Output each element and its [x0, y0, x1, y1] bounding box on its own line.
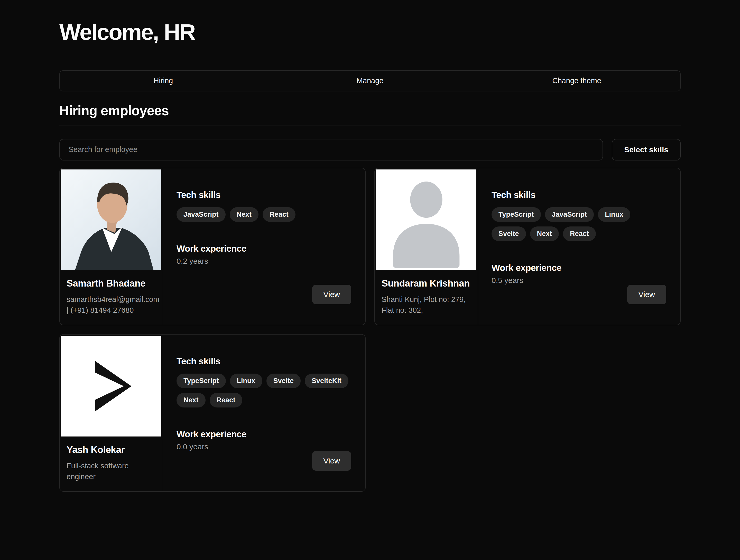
- skill-pill: Next: [177, 393, 205, 408]
- work-experience-heading: Work experience: [177, 429, 351, 439]
- skill-pill: Next: [230, 207, 259, 222]
- skill-pill: TypeScript: [177, 373, 226, 388]
- view-button-row: View: [491, 285, 666, 304]
- page-container: Welcome, HR Hiring Manage Change theme H…: [59, 0, 681, 492]
- section-divider: [59, 126, 681, 126]
- skill-pills: TypeScript Linux Svelte SvelteKit Next R…: [177, 373, 351, 408]
- employee-description: Full-stack software engineer: [67, 460, 156, 482]
- nav-item-manage[interactable]: Manage: [267, 71, 474, 91]
- tech-skills-heading: Tech skills: [177, 190, 351, 200]
- tech-skills-heading: Tech skills: [177, 356, 351, 366]
- employee-info: Samarth Bhadane samarthsb4real@gmail.com…: [60, 271, 163, 322]
- view-button[interactable]: View: [312, 451, 351, 471]
- skill-pill: React: [263, 207, 295, 222]
- skill-pill: TypeScript: [491, 207, 541, 222]
- male-professional-photo-illustration: [61, 170, 161, 270]
- employee-name: Sundaram Krishnan: [382, 278, 471, 289]
- main-navbar: Hiring Manage Change theme: [59, 70, 681, 91]
- work-experience-value: 0.0 years: [177, 442, 351, 451]
- employee-card-details: Tech skills TypeScript JavaScript Linux …: [478, 168, 680, 325]
- work-experience-block: Work experience 0.5 years: [491, 263, 666, 285]
- skill-pill: Svelte: [266, 373, 301, 388]
- employee-card-details: Tech skills TypeScript Linux Svelte Svel…: [163, 335, 365, 491]
- employee-avatar-placeholder: [376, 170, 476, 270]
- view-button[interactable]: View: [312, 285, 351, 304]
- work-experience-value: 0.2 years: [177, 257, 351, 265]
- work-experience-block: Work experience 0.0 years: [177, 429, 351, 451]
- skill-pill: React: [563, 226, 596, 241]
- skill-pill: React: [210, 393, 243, 408]
- skill-pills: TypeScript JavaScript Linux Svelte Next …: [491, 207, 666, 241]
- greater-than-logo: [61, 336, 161, 437]
- employee-card-left-panel: Yash Kolekar Full-stack software enginee…: [60, 335, 163, 491]
- tech-skills-heading: Tech skills: [491, 190, 666, 200]
- employee-logo-image: [61, 336, 161, 437]
- employee-card: Sundaram Krishnan Shanti Kunj, Plot no: …: [374, 168, 681, 325]
- skill-pill: Linux: [230, 373, 262, 388]
- employee-info: Sundaram Krishnan Shanti Kunj, Plot no: …: [375, 271, 478, 322]
- skill-pill: Next: [530, 226, 559, 241]
- search-input[interactable]: [59, 139, 603, 160]
- search-row: Select skills: [59, 139, 681, 160]
- page-title: Welcome, HR: [59, 18, 681, 46]
- employee-cards-grid: Samarth Bhadane samarthsb4real@gmail.com…: [59, 168, 681, 492]
- work-experience-heading: Work experience: [491, 263, 666, 273]
- nav-item-hiring[interactable]: Hiring: [60, 71, 267, 91]
- person-silhouette-icon: [376, 170, 476, 270]
- skill-pill: Linux: [598, 207, 630, 222]
- employee-description: samarthsb4real@gmail.com | (+91) 81494 2…: [67, 294, 156, 316]
- select-skills-button[interactable]: Select skills: [612, 139, 681, 160]
- employee-info: Yash Kolekar Full-stack software enginee…: [60, 438, 163, 488]
- employee-photo: [61, 170, 161, 270]
- work-experience-heading: Work experience: [177, 243, 351, 254]
- skill-pill: JavaScript: [545, 207, 594, 222]
- skill-pill: SvelteKit: [305, 373, 348, 388]
- skill-pill: JavaScript: [177, 207, 225, 222]
- work-experience-value: 0.5 years: [491, 276, 666, 285]
- employee-description: Shanti Kunj, Plot no: 279, Flat no: 302,: [382, 294, 471, 316]
- section-title: Hiring employees: [59, 103, 681, 118]
- skill-pill: Svelte: [491, 226, 526, 241]
- view-button[interactable]: View: [627, 285, 666, 304]
- skill-pills: JavaScript Next React: [177, 207, 351, 222]
- view-button-row: View: [177, 285, 351, 304]
- view-button-row: View: [177, 451, 351, 471]
- employee-card-left-panel: Samarth Bhadane samarthsb4real@gmail.com…: [60, 168, 163, 325]
- employee-name: Yash Kolekar: [67, 444, 156, 455]
- employee-card-details: Tech skills JavaScript Next React Work e…: [163, 168, 365, 325]
- employee-card-left-panel: Sundaram Krishnan Shanti Kunj, Plot no: …: [375, 168, 478, 325]
- work-experience-block: Work experience 0.2 years: [177, 243, 351, 265]
- employee-card: Samarth Bhadane samarthsb4real@gmail.com…: [59, 168, 366, 325]
- nav-item-change-theme[interactable]: Change theme: [473, 71, 680, 91]
- employee-card: Yash Kolekar Full-stack software enginee…: [59, 334, 366, 492]
- employee-name: Samarth Bhadane: [67, 278, 156, 289]
